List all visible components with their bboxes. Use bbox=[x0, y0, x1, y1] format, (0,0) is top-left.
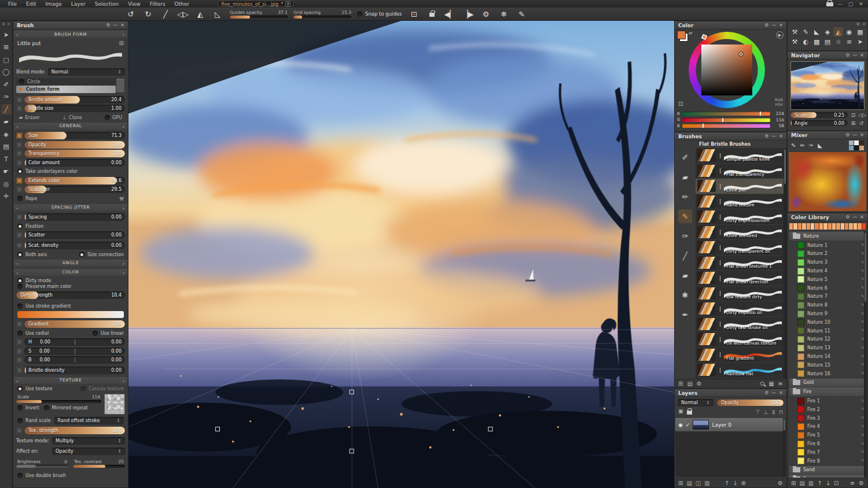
swap-colors-icon[interactable]: ⇄ bbox=[689, 31, 693, 36]
brush-item[interactable]: ❘Simple palette knife bbox=[696, 148, 786, 164]
bristle-brush-icon[interactable]: ✎ bbox=[678, 209, 692, 223]
zoom-tool[interactable]: ◎ bbox=[1, 179, 12, 189]
texstrength-slider-tex-strength[interactable]: Tex. strength100 bbox=[16, 427, 125, 434]
mixer-title-bar[interactable]: Mixer ⚙—✕ bbox=[788, 131, 867, 139]
swatch-4[interactable] bbox=[854, 146, 859, 150]
snap-to-guides-radio[interactable] bbox=[357, 12, 362, 17]
library-swatch-row[interactable]: Fire 6✎ bbox=[788, 439, 867, 448]
panel-minimize-icon[interactable]: — bbox=[852, 53, 857, 58]
general-slider-transparency[interactable]: Transparency100 bbox=[16, 150, 125, 157]
color-swatch[interactable] bbox=[797, 302, 804, 309]
down-icon[interactable]: ↓ bbox=[826, 480, 830, 486]
crop-tool[interactable]: ⊞ bbox=[1, 42, 12, 53]
size-connection-toggle[interactable]: Size connection bbox=[79, 252, 124, 257]
panel-gear-icon[interactable]: ⚙ bbox=[845, 215, 849, 220]
channel-slider[interactable] bbox=[682, 124, 770, 128]
general2-slider-stabilizer[interactable]: Stabilizer29.5 bbox=[16, 186, 125, 193]
library-swatch-row[interactable]: Fire 5✎ bbox=[788, 431, 867, 439]
brush-category-label[interactable]: Flat Bristle Brushes bbox=[675, 141, 786, 148]
swatch-0[interactable] bbox=[789, 223, 793, 230]
general-slider-color-amount[interactable]: Color amount0.00 bbox=[16, 159, 125, 167]
slider-track[interactable]: Bristle size1.00 bbox=[24, 105, 125, 112]
general-slider-size[interactable]: Size71.3 bbox=[16, 132, 125, 139]
library-swatch-row[interactable]: Nature 13✎ bbox=[788, 343, 867, 352]
menu-edit[interactable]: Edit bbox=[21, 1, 41, 7]
navigator-scale-slider[interactable]: Scale 0.25 bbox=[790, 112, 848, 118]
library-swatch-row[interactable]: Nature 8✎ bbox=[788, 301, 867, 309]
guides-opacity-slider[interactable]: Guides opacity37.1 bbox=[230, 10, 288, 19]
frame-icon[interactable]: ⊞ bbox=[850, 120, 856, 126]
color-swatch[interactable] bbox=[797, 441, 804, 448]
swatch-13[interactable] bbox=[845, 223, 848, 230]
gpu-toggle[interactable]: GPU bbox=[105, 115, 122, 120]
swatch-5[interactable] bbox=[859, 146, 864, 150]
panel-close-icon[interactable]: ✕ bbox=[120, 23, 124, 28]
lock-guides-icon[interactable] bbox=[426, 10, 439, 19]
artwork[interactable] bbox=[128, 21, 674, 488]
library-swatch-row[interactable]: Fire 4✎ bbox=[788, 423, 867, 431]
foreground-color-swatch[interactable] bbox=[677, 31, 686, 39]
rotate-reset-icon[interactable]: ↺ bbox=[858, 120, 865, 126]
color-swatch[interactable] bbox=[797, 423, 804, 430]
round-brush-icon[interactable]: ✏ bbox=[678, 190, 692, 204]
checkbox-icon[interactable] bbox=[16, 142, 23, 148]
checkbox-icon[interactable] bbox=[16, 348, 23, 354]
slider-track[interactable]: Scatter0.00 bbox=[24, 231, 125, 239]
panel-close-icon[interactable]: ✕ bbox=[860, 215, 864, 220]
ink-brush-icon[interactable]: ✒ bbox=[678, 308, 692, 321]
brush-item[interactable]: ❘Rainbow flat bbox=[696, 363, 786, 378]
clip-down-icon[interactable]: ⊤ bbox=[756, 409, 760, 415]
list-view-icon[interactable]: ≡ bbox=[778, 380, 783, 387]
panel-gear-icon[interactable]: ⚙ bbox=[845, 53, 849, 58]
rand-offset-select[interactable]: Rand offset stroke↕ bbox=[54, 417, 124, 424]
color-swatch[interactable] bbox=[797, 319, 804, 326]
swatch-2[interactable] bbox=[798, 223, 801, 230]
prev-frame-icon[interactable]: ◀▏ bbox=[444, 10, 457, 19]
gradient-tool[interactable]: ▤ bbox=[1, 142, 12, 152]
snowflake-icon[interactable]: ❄ bbox=[498, 10, 510, 19]
library-swatch-row[interactable]: Nature 16✎ bbox=[788, 369, 867, 378]
flat-brush-icon[interactable]: ▰ bbox=[678, 268, 692, 282]
section-spacing-jitter[interactable]: SPACING JITTER bbox=[14, 204, 127, 211]
color-swatch[interactable] bbox=[797, 327, 804, 334]
hsb-slider-s[interactable]: S0.000.00 bbox=[16, 347, 125, 355]
mixer-canvas[interactable] bbox=[789, 152, 866, 211]
tools-icon[interactable]: ⚒ bbox=[790, 27, 800, 36]
canvas-viewport[interactable] bbox=[128, 21, 674, 488]
gear-icon[interactable]: ⚙ bbox=[859, 480, 864, 486]
library-swatch-row[interactable]: Nature 15✎ bbox=[788, 361, 867, 369]
library-swatch-row[interactable]: Nature 14✎ bbox=[788, 352, 867, 361]
affect-on-select[interactable]: Opacity↕ bbox=[52, 448, 125, 455]
color-library-title-bar[interactable]: Color Library ⚙—✕ bbox=[788, 213, 867, 221]
slider-track[interactable]: Opacity100 bbox=[24, 141, 125, 149]
checkbox-icon[interactable] bbox=[16, 97, 23, 103]
color-swatch[interactable] bbox=[797, 293, 804, 300]
checkbox-icon[interactable] bbox=[16, 186, 23, 193]
stroke-gradient-preview[interactable] bbox=[17, 311, 124, 318]
color-swatch[interactable] bbox=[797, 415, 804, 422]
channel-slider[interactable] bbox=[682, 118, 770, 122]
checkbox-icon[interactable] bbox=[16, 232, 23, 238]
hsv-label[interactable]: HSV bbox=[775, 102, 783, 107]
marker-brush-icon[interactable]: ✑ bbox=[678, 229, 692, 243]
both-axis-toggle[interactable]: Both axis bbox=[17, 252, 47, 257]
gear-icon[interactable]: ⚙ bbox=[778, 480, 783, 486]
brush-item[interactable]: ❘Knife textured bbox=[696, 225, 786, 241]
channel-slider[interactable] bbox=[682, 112, 770, 116]
brushform-slider-bristle-size[interactable]: Bristle size1.00 bbox=[16, 105, 125, 112]
document-tab[interactable]: five_minutes_of_si...jpg * ✕ bbox=[218, 1, 293, 7]
hsb-slider-b[interactable]: B0.000.00 bbox=[16, 356, 125, 364]
triangle-icon[interactable]: ◭ bbox=[833, 27, 843, 36]
slider-track[interactable]: Bristle amount20.4 bbox=[24, 96, 125, 103]
settings-gear-icon[interactable]: ⚙ bbox=[480, 10, 492, 19]
channel-marker[interactable] bbox=[760, 112, 761, 116]
list-icon[interactable]: ≡ bbox=[844, 37, 854, 46]
lasso-tool[interactable]: ◯ bbox=[1, 67, 12, 77]
swatch-11[interactable] bbox=[836, 223, 840, 230]
color-play-button[interactable]: ▶ bbox=[776, 31, 784, 39]
dirty-mode-toggle[interactable]: Dirty mode bbox=[17, 278, 52, 283]
slider-track[interactable]: Scat. density0.00 bbox=[24, 242, 125, 249]
navigator-angle-slider[interactable]: Angle 0.00 bbox=[790, 120, 848, 126]
color-swatch[interactable] bbox=[797, 250, 804, 257]
delete-icon[interactable]: ▥ bbox=[808, 480, 814, 486]
